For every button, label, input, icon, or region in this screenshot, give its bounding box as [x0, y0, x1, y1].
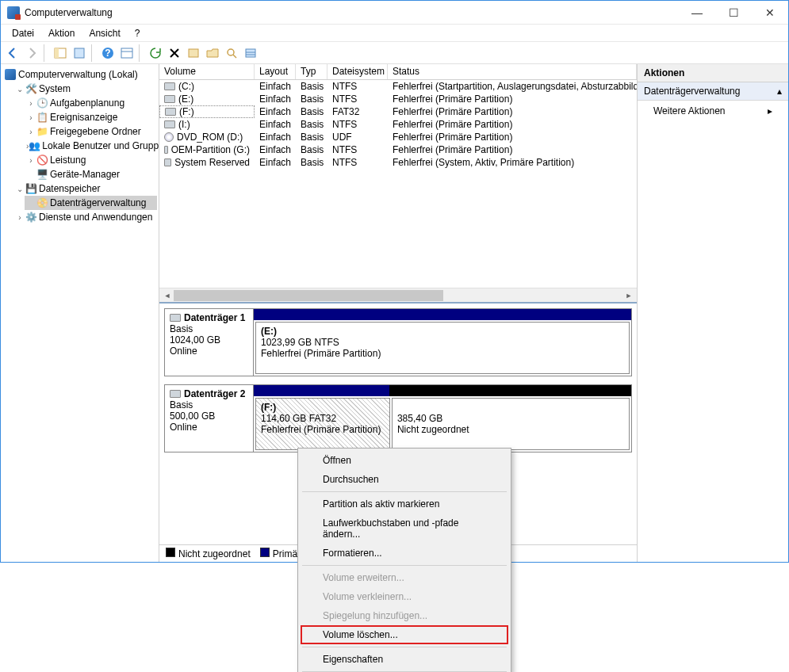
actions-pane: Aktionen Datenträgerverwaltung▴ Weitere …: [638, 64, 788, 562]
disk-2-unallocated[interactable]: 385,40 GB Nicht zugeordnet: [392, 398, 630, 450]
submenu-icon: ▸: [768, 105, 772, 116]
tree-event-viewer[interactable]: ›📋Ereignisanzeige: [25, 110, 157, 124]
ctx-mark-active[interactable]: Partition als aktiv markieren: [301, 494, 508, 514]
menu-action[interactable]: Aktion: [42, 26, 81, 40]
col-fs[interactable]: Dateisystem: [327, 64, 388, 79]
toolbar: ?: [1, 42, 788, 64]
svg-rect-7: [189, 49, 198, 57]
disk-icon: [170, 390, 181, 398]
search-icon[interactable]: [223, 44, 240, 62]
ctx-browse[interactable]: Durchsuchen: [301, 470, 508, 489]
menu-file[interactable]: Datei: [6, 26, 40, 40]
disk-1-partition-e[interactable]: (E:) 1023,99 GB NTFS Fehlerfrei (Primäre…: [255, 322, 630, 374]
menu-view[interactable]: Ansicht: [82, 26, 126, 40]
ctx-change-letter[interactable]: Laufwerkbuchstaben und -pfade ändern...: [301, 514, 508, 544]
app-icon: [7, 6, 20, 19]
tree-shared-folders[interactable]: ›📁Freigegebene Ordner: [25, 124, 157, 139]
list-icon[interactable]: [242, 44, 259, 62]
tree-services[interactable]: ›⚙️Dienste und Anwendungen: [13, 210, 157, 224]
horizontal-scrollbar[interactable]: ◄►: [159, 288, 637, 302]
disk-row-2[interactable]: Datenträger 2 Basis 500,00 GB Online (F:…: [164, 384, 632, 452]
ctx-open[interactable]: Öffnen: [301, 451, 508, 470]
tree-storage[interactable]: ⌄💾Datenspeicher: [13, 181, 157, 196]
svg-rect-2: [75, 48, 84, 58]
col-layout[interactable]: Layout: [255, 64, 296, 79]
col-type[interactable]: Typ: [296, 64, 327, 79]
settings-icon[interactable]: [185, 44, 202, 62]
volume-row[interactable]: (F:)EinfachBasisFAT32Fehlerfrei (Primäre…: [159, 105, 637, 118]
tree-disk-management[interactable]: 📀Datenträgerverwaltung: [25, 196, 157, 210]
tree-root[interactable]: Computerverwaltung (Lokal): [2, 67, 157, 82]
close-button[interactable]: ✕: [752, 1, 788, 25]
context-menu[interactable]: Öffnen Durchsuchen Partition als aktiv m…: [297, 448, 511, 563]
svg-point-8: [228, 49, 234, 55]
actions-more[interactable]: Weitere Aktionen▸: [638, 101, 788, 121]
volume-list[interactable]: Volume Layout Typ Dateisystem Status (C:…: [159, 64, 637, 302]
view-options-button[interactable]: [118, 44, 136, 62]
tree-task-scheduler[interactable]: ›🕒Aufgabenplanung: [25, 96, 157, 110]
volume-list-header[interactable]: Volume Layout Typ Dateisystem Status: [159, 64, 637, 80]
disk-1-info: Datenträger 1 Basis 1024,00 GB Online: [165, 309, 254, 376]
tree-local-users[interactable]: ›👥Lokale Benutzer und Gruppen: [25, 139, 157, 153]
disk-row-1[interactable]: Datenträger 1 Basis 1024,00 GB Online (E…: [164, 308, 632, 376]
volume-row[interactable]: (C:)EinfachBasisNTFSFehlerfrei (Startpar…: [159, 80, 637, 93]
properties-button[interactable]: [71, 44, 88, 62]
ctx-format[interactable]: Formatieren...: [301, 544, 508, 563]
tree-performance[interactable]: ›🚫Leistung: [25, 153, 157, 167]
svg-rect-5: [121, 48, 132, 58]
svg-line-9: [233, 55, 236, 58]
disk-icon: [170, 314, 181, 322]
tree-system[interactable]: ⌄🛠️System: [13, 82, 157, 96]
refresh-button[interactable]: [147, 44, 164, 62]
delete-icon[interactable]: [166, 44, 183, 62]
show-hide-tree-button[interactable]: [52, 44, 69, 62]
menu-help[interactable]: ?: [128, 26, 147, 40]
back-button[interactable]: [4, 44, 21, 62]
collapse-icon: ▴: [777, 86, 782, 97]
col-status[interactable]: Status: [388, 64, 637, 79]
actions-title: Aktionen: [638, 64, 788, 82]
menubar: Datei Aktion Ansicht ?: [1, 25, 788, 42]
col-volume[interactable]: Volume: [159, 64, 255, 79]
svg-text:?: ?: [105, 48, 110, 59]
tree-device-manager[interactable]: 🖥️Geräte-Manager: [25, 167, 157, 181]
window-title: Computerverwaltung: [25, 7, 679, 18]
volume-row[interactable]: (E:)EinfachBasisNTFSFehlerfrei (Primäre …: [159, 93, 637, 105]
svg-rect-10: [246, 49, 255, 57]
svg-rect-1: [55, 48, 59, 58]
volume-row[interactable]: System ReservedEinfachBasisNTFSFehlerfre…: [159, 156, 637, 169]
disk-2-partition-f[interactable]: (F:) 114,60 GB FAT32 Fehlerfrei (Primäre…: [255, 398, 390, 450]
volume-row[interactable]: DVD_ROM (D:)EinfachBasisUDFFehlerfrei (P…: [159, 131, 637, 143]
open-icon[interactable]: [204, 44, 221, 62]
minimize-button[interactable]: —: [679, 1, 715, 25]
actions-section[interactable]: Datenträgerverwaltung▴: [638, 82, 788, 101]
navigation-tree[interactable]: Computerverwaltung (Lokal) ⌄🛠️System ›🕒A…: [1, 64, 159, 562]
titlebar[interactable]: Computerverwaltung — ☐ ✕: [1, 1, 788, 25]
volume-row[interactable]: OEM-Partition (G:)EinfachBasisNTFSFehler…: [159, 143, 637, 156]
forward-button[interactable]: [23, 44, 40, 62]
volume-row[interactable]: (I:)EinfachBasisNTFSFehlerfrei (Primäre …: [159, 118, 637, 131]
disk-2-info: Datenträger 2 Basis 500,00 GB Online: [165, 385, 254, 452]
help-button[interactable]: ?: [99, 44, 117, 62]
maximize-button[interactable]: ☐: [715, 1, 752, 25]
